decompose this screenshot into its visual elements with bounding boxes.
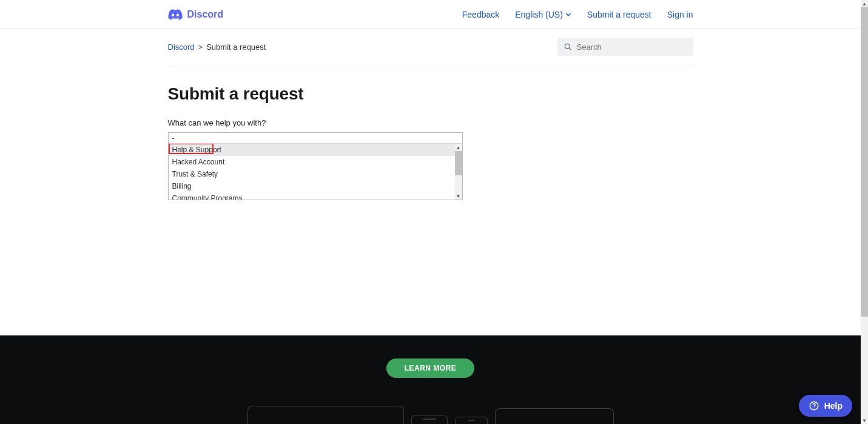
dropdown-selected-value[interactable]: - bbox=[169, 133, 462, 144]
footer: LEARN MORE bbox=[0, 335, 861, 424]
scroll-down-icon[interactable]: ▼ bbox=[861, 417, 868, 424]
dropdown-option[interactable]: Community Programs bbox=[169, 192, 462, 200]
device-phone-icon bbox=[411, 416, 448, 424]
nav-submit-request[interactable]: Submit a request bbox=[587, 10, 651, 19]
highlight-annotation bbox=[169, 144, 214, 154]
device-phone-small-icon bbox=[455, 417, 488, 424]
scroll-thumb[interactable] bbox=[861, 7, 868, 317]
device-tablet-icon bbox=[495, 408, 614, 424]
svg-point-0 bbox=[565, 44, 570, 49]
help-widget[interactable]: Help bbox=[799, 395, 852, 417]
help-widget-label: Help bbox=[824, 401, 843, 411]
brand-logo-link[interactable]: Discord bbox=[168, 9, 224, 20]
scroll-track bbox=[861, 317, 868, 417]
scroll-down-icon[interactable]: ▼ bbox=[455, 192, 462, 200]
breadcrumb-root[interactable]: Discord bbox=[168, 42, 195, 52]
learn-more-button[interactable]: LEARN MORE bbox=[386, 358, 475, 378]
page-title: Submit a request bbox=[168, 84, 693, 104]
brand-name: Discord bbox=[187, 9, 224, 20]
search-icon bbox=[564, 42, 572, 51]
breadcrumb-separator: > bbox=[198, 42, 203, 52]
dropdown-option[interactable]: Billing bbox=[169, 180, 462, 192]
chevron-down-icon bbox=[565, 12, 571, 18]
scroll-thumb[interactable] bbox=[455, 151, 462, 175]
nav-feedback[interactable]: Feedback bbox=[462, 10, 499, 19]
nav-sign-in[interactable]: Sign in bbox=[667, 10, 693, 19]
dropdown-scrollbar[interactable]: ▲ ▼ bbox=[455, 144, 462, 200]
discord-logo-icon bbox=[168, 9, 183, 20]
device-illustration bbox=[247, 406, 614, 424]
help-question-icon bbox=[809, 400, 819, 411]
scroll-up-icon[interactable]: ▲ bbox=[455, 144, 462, 151]
svg-point-3 bbox=[813, 408, 814, 408]
help-topic-dropdown[interactable]: - Help & Support Hacked Account Trust & … bbox=[168, 132, 463, 200]
top-nav: Feedback English (US) Submit a request S… bbox=[462, 10, 693, 19]
page-scrollbar[interactable]: ▲ ▼ bbox=[861, 0, 868, 424]
help-field-label: What can we help you with? bbox=[168, 118, 693, 127]
device-laptop-icon bbox=[247, 406, 404, 424]
search-box[interactable] bbox=[557, 38, 693, 56]
language-selector[interactable]: English (US) bbox=[515, 10, 571, 19]
language-label: English (US) bbox=[515, 10, 563, 19]
scroll-up-icon[interactable]: ▲ bbox=[861, 0, 868, 7]
breadcrumb-current: Submit a request bbox=[206, 42, 266, 52]
svg-line-1 bbox=[569, 48, 571, 50]
breadcrumb: Discord > Submit a request bbox=[168, 42, 266, 52]
dropdown-list: Help & Support Hacked Account Trust & Sa… bbox=[169, 144, 462, 200]
dropdown-option[interactable]: Trust & Safety bbox=[169, 168, 462, 180]
dropdown-option[interactable]: Hacked Account bbox=[169, 156, 462, 168]
site-header: Discord Feedback English (US) Submit a r… bbox=[0, 0, 861, 29]
search-input[interactable] bbox=[577, 42, 687, 52]
dropdown-option[interactable]: Help & Support bbox=[169, 144, 462, 156]
